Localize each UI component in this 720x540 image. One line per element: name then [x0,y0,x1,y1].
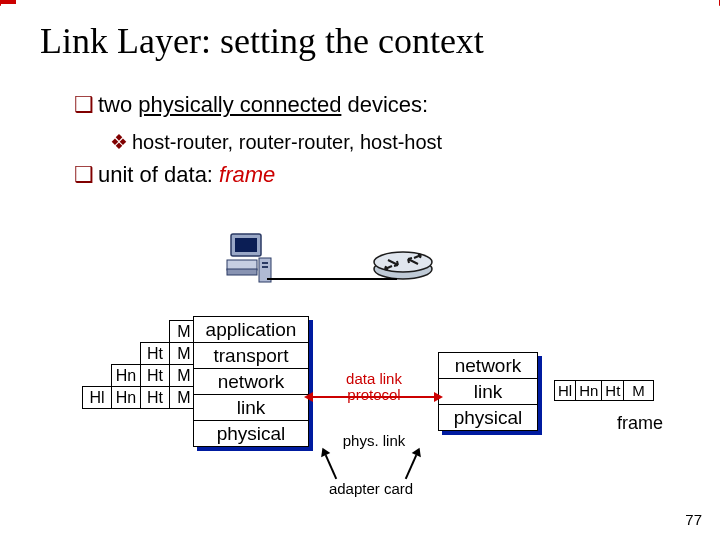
svg-rect-6 [262,266,268,268]
layer-physical: physical [194,421,308,446]
bullet-devices-prefix: two [98,92,138,117]
svg-rect-1 [235,238,257,252]
layer-transport: transport [194,343,308,369]
bullet-frame-prefix: unit of data: [98,162,219,187]
hdr-Hl: Hl [83,387,112,409]
layer-physical: physical [439,405,537,430]
layer-application: application [194,317,308,343]
layer-network: network [439,353,537,379]
adapter-card-label: adapter card [316,480,426,497]
svg-rect-5 [262,262,268,264]
bullet-diamond-icon: ❖ [110,131,128,153]
hdr-Hn: Hn [112,365,141,387]
bullet-square-icon: ❑ [74,92,94,117]
layer-link: link [194,395,308,421]
hdr-Hn: Hn [112,387,141,409]
link-layer-arrow [312,396,435,398]
router-icon [372,249,434,281]
network-arrow-right [0,2,16,4]
adapter-arrow-left [325,455,337,480]
bullet-devices-examples-text: host-router, router-router, host-host [132,131,442,153]
bullet-square-icon: ❑ [74,162,94,187]
hdr-Ht: Ht [141,387,170,409]
bullet-devices-examples: ❖host-router, router-router, host-host [110,130,442,154]
hdr-Ht: Ht [141,365,170,387]
bullet-devices-underlined: physically connected [138,92,341,117]
bullet-frame: ❑unit of data: frame [74,162,275,188]
host-layer-stack: application transport network link physi… [193,316,309,447]
frame-hn: Hn [576,381,602,401]
svg-rect-3 [227,269,257,275]
frame-ht: Ht [602,381,624,401]
slide-title: Link Layer: setting the context [40,20,484,62]
phys-link-label: phys. link [334,432,414,449]
frame-hl: Hl [555,381,576,401]
adapter-arrow-right [405,455,417,480]
host-computer-icon [225,232,273,290]
encapsulation-table: M Ht M Hn Ht M Hl Hn Ht M [82,320,199,409]
svg-point-8 [374,252,432,272]
frame-label: frame [610,413,670,434]
frame-m: M [624,381,654,401]
router-layer-stack: network link physical [438,352,538,431]
host-router-link-wire [267,278,397,280]
layer-network: network [194,369,308,395]
datalink-protocol-label: data link protocol [324,371,424,403]
bullet-devices: ❑two physically connected devices: [74,92,428,118]
slide-number: 77 [685,511,702,528]
hdr-Ht: Ht [141,343,170,365]
bullet-frame-word: frame [219,162,275,187]
frame-packet: Hl Hn Ht M [554,380,654,401]
bullet-devices-suffix: devices: [341,92,428,117]
layer-link: link [439,379,537,405]
